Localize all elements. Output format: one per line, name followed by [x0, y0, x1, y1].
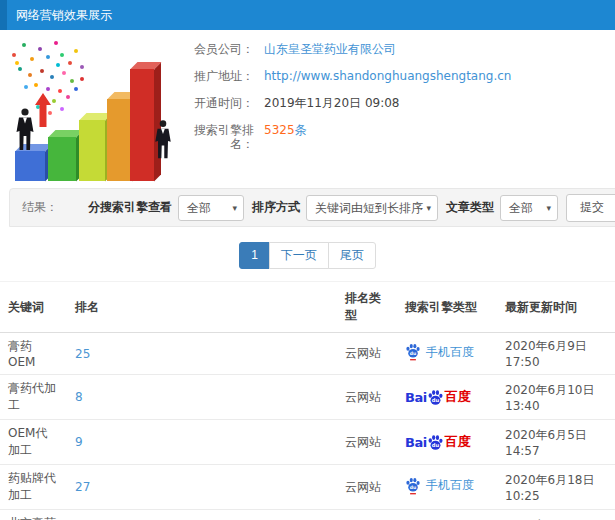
baidu-logo-bai: Bai: [405, 390, 427, 405]
engine-type-cell: du手机百度: [397, 333, 497, 375]
result-label: 结果：: [22, 199, 58, 216]
rank-type-cell: 云网站: [337, 375, 397, 420]
engine-select[interactable]: 全部: [178, 195, 244, 221]
rank-cell[interactable]: 9: [67, 420, 337, 465]
svg-text:du: du: [431, 442, 439, 448]
header-engine-type: 搜索引擎类型: [397, 282, 497, 333]
page-button-next[interactable]: 下一页: [269, 242, 329, 269]
table-row: 膏药代加工8云网站Baidu百度2020年6月10日 13:40: [0, 375, 615, 420]
businessman-left-icon: [14, 108, 36, 152]
member-company-label: 会员公司：: [182, 42, 254, 56]
svg-text:du: du: [410, 485, 416, 490]
baidu-logo-bai: Bai: [405, 435, 427, 450]
svg-text:du: du: [410, 351, 416, 356]
submit-button[interactable]: 提交: [566, 194, 615, 222]
growth-chart-illustration: [0, 35, 182, 185]
page-button-last[interactable]: 尾页: [328, 242, 376, 269]
baidu-logo[interactable]: Baidu百度: [405, 433, 471, 451]
table-row: OEM代加工9云网站Baidu百度2020年6月5日 14:57: [0, 420, 615, 465]
baidu-paw-icon: du: [427, 434, 444, 451]
chart-bar-yellow: [79, 120, 105, 181]
engine-rank-count-value[interactable]: 5325条: [264, 123, 307, 151]
svg-text:du: du: [431, 397, 439, 403]
rank-cell[interactable]: 27: [67, 465, 337, 510]
growth-arrow-icon: [35, 93, 51, 127]
chart-bar-red: [130, 69, 154, 181]
article-type-select-value: 全部: [509, 201, 533, 215]
header-rank: 排名: [67, 282, 337, 333]
keyword-cell: 北京膏药贴牌: [0, 510, 67, 520]
pagination: 1 下一页 尾页: [0, 227, 615, 281]
baidu-logo-cn: 百度: [445, 433, 471, 451]
page-header: 网络营销效果展示: [0, 0, 615, 30]
header-rank-type: 排名类型: [337, 282, 397, 333]
keyword-cell: 膏药OEM: [0, 333, 67, 375]
keyword-cell: OEM代加工: [0, 420, 67, 465]
rank-count-number: 5325: [264, 123, 295, 137]
baidu-logo[interactable]: Baidu百度: [405, 388, 471, 406]
rank-cell[interactable]: 8: [67, 375, 337, 420]
filter-bar: 结果： 分搜索引擎查看 全部 排序方式 关键词由短到长排序 文章类型 全部 提交: [9, 188, 615, 227]
mobile-baidu-label: 手机百度: [426, 344, 474, 361]
mobile-baidu-icon: du: [405, 477, 421, 495]
sort-select-value: 关键词由短到长排序: [315, 201, 423, 215]
open-time-label: 开通时间：: [182, 96, 254, 110]
table-row: 北京膏药贴牌1云网站Baidu百度2020年6月11日 11:18: [0, 510, 615, 520]
engine-type-cell: Baidu百度: [397, 375, 497, 420]
updated-cell: 2020年6月5日 14:57: [497, 420, 615, 465]
header-keyword: 关键词: [0, 282, 67, 333]
info-section: 会员公司： 山东皇圣堂药业有限公司 推广地址： http://www.shand…: [0, 30, 615, 188]
rank-cell[interactable]: 25: [67, 333, 337, 375]
member-company-link[interactable]: 山东皇圣堂药业有限公司: [264, 42, 396, 56]
sort-filter-label: 排序方式: [252, 199, 300, 216]
field-member-company: 会员公司： 山东皇圣堂药业有限公司: [182, 42, 615, 56]
engine-type-cell: Baidu百度: [397, 420, 497, 465]
keyword-cell: 膏药代加工: [0, 375, 67, 420]
chart-bar-orange: [107, 99, 132, 181]
field-promo-url: 推广地址： http://www.shandonghuangshengtang.…: [182, 69, 615, 83]
baidu-paw-icon: du: [427, 389, 444, 406]
engine-rank-count-label: 搜索引擎排名：: [182, 123, 254, 151]
table-row: 药贴牌代加工27云网站du手机百度2020年6月18日 10:25: [0, 465, 615, 510]
engine-select-value: 全部: [187, 201, 211, 215]
engine-type-cell: du手机百度: [397, 465, 497, 510]
rank-cell[interactable]: 1: [67, 510, 337, 520]
updated-cell: 2020年6月10日 13:40: [497, 375, 615, 420]
mobile-baidu-icon: du: [405, 343, 421, 361]
mobile-baidu-label: 手机百度: [426, 477, 474, 494]
rank-count-unit: 条: [295, 123, 307, 137]
sort-select[interactable]: 关键词由短到长排序: [306, 195, 438, 221]
baidu-logo-cn: 百度: [445, 388, 471, 406]
businessman-right-icon: [153, 117, 173, 163]
chart-bar-blue: [15, 151, 45, 181]
updated-cell: 2020年6月11日 11:18: [497, 510, 615, 520]
rank-type-cell: 云网站: [337, 333, 397, 375]
rank-type-cell: 云网站: [337, 465, 397, 510]
company-profile: 会员公司： 山东皇圣堂药业有限公司 推广地址： http://www.shand…: [182, 35, 615, 188]
filter-controls: 分搜索引擎查看 全部 排序方式 关键词由短到长排序 文章类型 全部 提交: [80, 194, 615, 222]
promo-url-link[interactable]: http://www.shandonghuangshengtang.cn: [264, 69, 511, 83]
open-time-value: 2019年11月20日 09:08: [264, 96, 399, 110]
table-header-row: 关键词 排名 排名类型 搜索引擎类型 最新更新时间: [0, 282, 615, 333]
mobile-baidu-badge[interactable]: du手机百度: [405, 343, 474, 361]
header-updated: 最新更新时间: [497, 282, 615, 333]
page-title: 网络营销效果展示: [16, 8, 112, 22]
article-type-select[interactable]: 全部: [500, 195, 558, 221]
field-open-time: 开通时间： 2019年11月20日 09:08: [182, 96, 615, 110]
rank-type-cell: 云网站: [337, 510, 397, 520]
rank-type-cell: 云网站: [337, 420, 397, 465]
updated-cell: 2020年6月9日 17:50: [497, 333, 615, 375]
promo-url-label: 推广地址：: [182, 69, 254, 83]
table-row: 膏药OEM25云网站du手机百度2020年6月9日 17:50: [0, 333, 615, 375]
updated-cell: 2020年6月18日 10:25: [497, 465, 615, 510]
chart-bar-green: [48, 137, 76, 181]
mobile-baidu-badge[interactable]: du手机百度: [405, 477, 474, 495]
page-button-current[interactable]: 1: [239, 242, 270, 269]
engine-type-cell: Baidu百度: [397, 510, 497, 520]
results-table-body: 膏药OEM25云网站du手机百度2020年6月9日 17:50膏药代加工8云网站…: [0, 333, 615, 520]
field-engine-rank-count: 搜索引擎排名： 5325条: [182, 123, 615, 151]
keyword-cell: 药贴牌代加工: [0, 465, 67, 510]
results-table: 关键词 排名 排名类型 搜索引擎类型 最新更新时间 膏药OEM25云网站du手机…: [0, 281, 615, 520]
engine-filter-label: 分搜索引擎查看: [88, 199, 172, 216]
article-type-label: 文章类型: [446, 199, 494, 216]
